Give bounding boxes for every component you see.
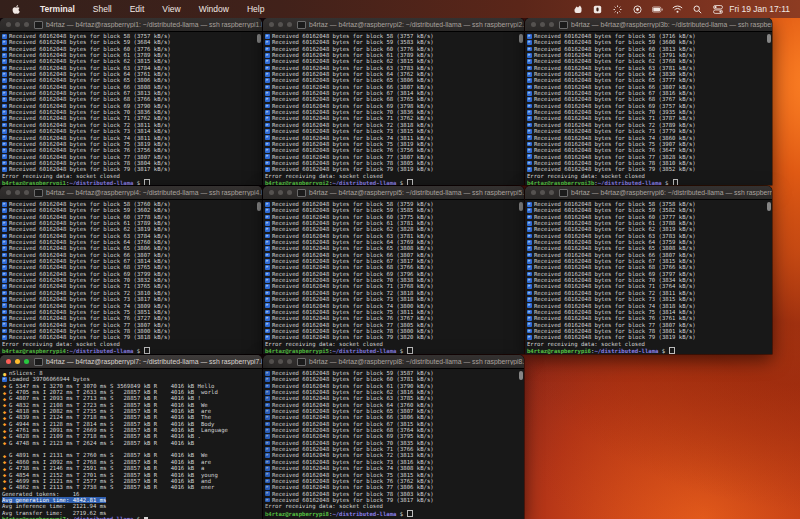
fast-forward-icon [527,59,532,64]
shell-prompt[interactable]: b4rtaz@raspberrypi4:~/distributed-llama … [2,347,260,353]
traffic-light-max[interactable] [24,359,29,364]
window-title: b4rtaz — b4rtaz@raspberrypi4: ~/distribu… [46,189,262,196]
menu-item-edit[interactable]: Edit [121,4,154,14]
scrollbar-thumb[interactable] [767,34,771,43]
terminal-content[interactable]: Received 60162048 bytes for block 58 (37… [263,200,524,354]
traffic-light-max[interactable] [24,190,29,195]
traffic-light-max[interactable] [549,22,554,27]
window-titlebar[interactable]: b4rtaz — b4rtaz@raspberrypi2: ~/distribu… [263,18,524,32]
scrollbar-thumb[interactable] [767,202,771,211]
window-titlebar[interactable]: b4rtaz — b4rtaz@raspberrypi1: ~/distribu… [0,18,262,32]
fast-forward-icon [527,91,532,96]
menu-item-help[interactable]: Help [238,4,273,14]
traffic-light-close[interactable] [269,359,274,364]
shell-prompt[interactable]: b4rtaz@raspberrypi1:~/distributed-llama … [2,179,260,185]
fast-forward-icon [265,272,270,277]
wifi-icon[interactable] [672,4,683,15]
menubar-clock[interactable]: Fri 19 Jan 17:11 [729,4,790,14]
app-badge-icon[interactable] [572,4,583,15]
terminal-window-raspberrypi8[interactable]: b4rtaz — b4rtaz@raspberrypi8: ~/distribu… [263,355,524,519]
traffic-light-min[interactable] [15,359,20,364]
control-center-icon[interactable] [712,4,723,15]
shell-prompt[interactable]: b4rtaz@raspberrypi8:~/distributed-llama … [265,510,522,516]
fast-forward-icon [265,434,270,439]
menu-item-window[interactable]: Window [190,4,238,14]
traffic-light-min[interactable] [15,190,20,195]
window-titlebar[interactable]: b4rtaz — b4rtaz@raspberrypi8: ~/distribu… [263,355,524,369]
terminal-content[interactable]: Received 60162048 bytes for block 58 (37… [525,32,772,185]
shell-prompt[interactable]: b4rtaz@raspberrypi5:~/distributed-llama … [265,347,522,353]
terminal-window-raspberrypi3b[interactable]: b4rtaz — b4rtaz@raspberrypi3b: ~/distrib… [525,18,772,185]
traffic-light-close[interactable] [269,22,274,27]
fast-forward-icon [2,110,7,115]
terminal-window-raspberrypi5[interactable]: b4rtaz — b4rtaz@raspberrypi5: ~/distribu… [263,186,524,354]
terminal-content[interactable]: Received 60162048 bytes for block 58 (37… [263,32,524,185]
shell-prompt[interactable]: b4rtaz@raspberrypi6:~/distributed-llama … [527,347,770,353]
terminal-window-raspberrypi2[interactable]: b4rtaz — b4rtaz@raspberrypi2: ~/distribu… [263,18,524,185]
scrollbar-thumb[interactable] [257,34,261,43]
fast-forward-icon [2,129,7,134]
fast-forward-icon [265,40,270,45]
spotlight-search-icon[interactable] [692,4,703,15]
fast-forward-icon [2,34,7,39]
traffic-light-close[interactable] [6,190,11,195]
traffic-light-min[interactable] [15,22,20,27]
traffic-light-close[interactable] [531,190,536,195]
terminal-window-raspberrypi1[interactable]: b4rtaz — b4rtaz@raspberrypi1: ~/distribu… [0,18,262,185]
traffic-light-min[interactable] [540,190,545,195]
window-titlebar[interactable]: b4rtaz — b4rtaz@raspberrypi3b: ~/distrib… [525,18,772,32]
battery-icon[interactable] [652,4,663,15]
fast-forward-icon [265,234,270,239]
traffic-light-max[interactable] [24,22,29,27]
fast-forward-icon [527,253,532,258]
fast-forward-icon [265,72,270,77]
traffic-light-max[interactable] [549,190,554,195]
scrollbar-thumb[interactable] [257,202,261,211]
fast-forward-icon [527,104,532,109]
traffic-lights [531,190,554,195]
menu-item-shell[interactable]: Shell [84,4,121,14]
terminal-content[interactable]: Received 60162048 bytes for block 58 (37… [0,200,262,354]
scrollbar-thumb[interactable] [519,371,523,380]
menu-item-terminal[interactable]: Terminal [31,4,84,14]
traffic-light-min[interactable] [278,22,283,27]
traffic-light-max[interactable] [287,359,292,364]
window-titlebar[interactable]: b4rtaz — b4rtaz@raspberrypi7: ~/distribu… [0,355,262,369]
terminal-doc-icon [297,189,306,197]
fast-forward-icon [265,161,270,166]
traffic-light-close[interactable] [531,22,536,27]
fast-forward-icon [265,91,270,96]
shell-prompt[interactable]: b4rtaz@raspberrypi3b:~/distributed-llama… [527,179,770,185]
window-titlebar[interactable]: b4rtaz — b4rtaz@raspberrypi5: ~/distribu… [263,186,524,200]
apple-menu-icon[interactable] [12,4,21,15]
traffic-light-max[interactable] [287,22,292,27]
traffic-light-close[interactable] [269,190,274,195]
keyboard-brightness-icon[interactable] [612,4,623,15]
traffic-light-close[interactable] [6,22,11,27]
traffic-light-min[interactable] [278,359,283,364]
traffic-light-min[interactable] [278,190,283,195]
fast-forward-icon [265,422,270,427]
terminal-content[interactable]: Received 60162048 bytes for block 58 (37… [0,32,262,185]
scrollbar-thumb[interactable] [519,202,523,211]
fast-forward-icon [2,272,7,277]
scrollbar-thumb[interactable] [519,34,523,43]
fast-forward-icon [527,284,532,289]
terminal-window-raspberrypi7[interactable]: b4rtaz — b4rtaz@raspberrypi7: ~/distribu… [0,355,262,519]
terminal-content[interactable]: Received 60162048 bytes for block 58 (37… [525,200,772,354]
shell-prompt[interactable]: b4rtaz@raspberrypi2:~/distributed-llama … [265,179,522,185]
fast-forward-icon [265,129,270,134]
shield-box-icon[interactable] [592,4,603,15]
menu-item-view[interactable]: View [153,4,189,14]
fast-forward-icon [265,291,270,296]
window-titlebar[interactable]: b4rtaz — b4rtaz@raspberrypi4: ~/distribu… [0,186,262,200]
window-titlebar[interactable]: b4rtaz — b4rtaz@raspberrypi6: ~/distribu… [525,186,772,200]
screen-record-icon[interactable] [632,4,643,15]
traffic-light-close[interactable] [6,359,11,364]
traffic-light-min[interactable] [540,22,545,27]
terminal-window-raspberrypi6[interactable]: b4rtaz — b4rtaz@raspberrypi6: ~/distribu… [525,186,772,354]
terminal-content[interactable]: Received 60162048 bytes for block 59 (35… [263,369,524,519]
traffic-light-max[interactable] [287,190,292,195]
terminal-content[interactable]: ●nSlices: 8Loaded 39706066944 bytes◆G 53… [0,369,262,519]
terminal-window-raspberrypi4[interactable]: b4rtaz — b4rtaz@raspberrypi4: ~/distribu… [0,186,262,354]
